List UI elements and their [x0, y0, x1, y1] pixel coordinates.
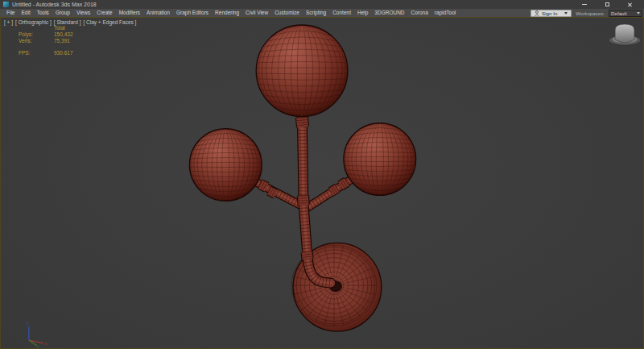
chevron-down-icon	[637, 12, 640, 15]
tube-joint-collar	[269, 190, 275, 193]
chevron-down-icon	[564, 12, 568, 15]
close-icon	[627, 2, 632, 7]
app-window: Untitled - Autodesk 3ds Max 2018 File Ed…	[0, 0, 644, 349]
main-menus: File Edit Tools Group Views Create Modif…	[3, 9, 459, 17]
world-axis-gizmo: z x y	[27, 321, 47, 348]
viewport-canvas[interactable]: z x y	[1, 18, 643, 348]
model-group[interactable]	[189, 25, 415, 331]
sign-in-button[interactable]: Sign In	[530, 10, 572, 17]
menu-item-modifiers[interactable]: Modifiers	[116, 9, 143, 17]
menu-bar: File Edit Tools Group Views Create Modif…	[0, 9, 644, 18]
hat-widget[interactable]	[609, 24, 641, 45]
workspaces-selected: Default	[611, 10, 627, 16]
menu-item-edit[interactable]: Edit	[18, 9, 33, 17]
close-button[interactable]	[625, 1, 634, 8]
viewport-label: [ + ] [ Orthographic ] [ Standard ] [ Cl…	[4, 19, 136, 25]
sphere-top[interactable]	[256, 25, 348, 117]
workspaces-label: Workspaces:	[576, 10, 605, 16]
title-bar: Untitled - Autodesk 3ds Max 2018	[0, 0, 644, 9]
menubar-right-cluster: Sign In Workspaces: Default	[530, 9, 642, 17]
menu-item-animation[interactable]: Animation	[143, 9, 173, 17]
3ds-max-logo-icon[interactable]	[3, 2, 9, 7]
menu-item-civil-view[interactable]: Civil View	[242, 9, 271, 17]
viewport-shading-label[interactable]: [ Clay + Edged Faces ]	[83, 19, 136, 25]
menu-item-rendering[interactable]: Rendering	[212, 9, 242, 17]
tube-joint-collar	[331, 188, 337, 192]
maximize-icon	[605, 2, 609, 6]
stats-polys-label: Polys:	[19, 31, 47, 38]
sign-in-label: Sign In	[542, 10, 557, 17]
viewport-preset-label[interactable]: [ Standard ]	[54, 19, 81, 25]
minimize-icon	[582, 4, 587, 5]
minimize-button[interactable]	[580, 1, 589, 8]
tube-joint-collar	[341, 182, 347, 186]
menu-item-scripting[interactable]: Scripting	[303, 9, 329, 17]
menu-item-corona[interactable]: Corona	[408, 9, 431, 17]
window-controls	[580, 1, 641, 8]
axis-z-label: z	[27, 321, 29, 326]
menu-item-file[interactable]: File	[3, 9, 18, 17]
menu-item-views[interactable]: Views	[73, 9, 93, 17]
stats-total-header: Total	[54, 25, 73, 31]
menu-item-graph-editors[interactable]: Graph Editors	[173, 9, 212, 17]
statistics-overlay: Total Polys:150,432 Verts:75,391 FPS:930…	[19, 25, 73, 56]
stats-verts-label: Verts:	[19, 38, 47, 44]
menu-item-create[interactable]: Create	[93, 9, 116, 17]
user-icon	[535, 10, 539, 16]
sphere-right[interactable]	[344, 123, 416, 195]
viewport-pov-label[interactable]: [ Orthographic ]	[15, 19, 52, 25]
tube-joint-collar	[307, 251, 308, 259]
workspaces-dropdown[interactable]: Default	[609, 10, 642, 17]
menu-item-help[interactable]: Help	[354, 9, 371, 17]
menu-item-customize[interactable]: Customize	[271, 9, 303, 17]
menu-item-rapidtool[interactable]: rapidTool	[431, 9, 459, 17]
tube-joint-collar	[260, 184, 266, 187]
viewport-general-menu[interactable]: [ + ]	[4, 19, 13, 25]
axis-y-label: y	[37, 344, 39, 348]
tube-joint-collar	[302, 118, 303, 127]
menu-item-3dground[interactable]: 3DGROUND	[371, 9, 407, 17]
menu-item-group[interactable]: Group	[52, 9, 73, 17]
stats-fps-value: 930.617	[54, 50, 73, 56]
maximize-button[interactable]	[602, 1, 612, 8]
stats-polys-value: 150,432	[54, 31, 73, 38]
sphere-left[interactable]	[189, 128, 262, 201]
stats-fps-label: FPS:	[19, 50, 47, 56]
menu-item-tools[interactable]: Tools	[34, 9, 52, 17]
menu-item-content[interactable]: Content	[329, 9, 354, 17]
viewport: z x y [ + ] [ Orthographic ] [ Standard …	[0, 18, 644, 349]
axis-x-label: x	[45, 341, 47, 346]
window-title: Untitled - Autodesk 3ds Max 2018	[12, 0, 97, 9]
stats-verts-value: 75,391	[54, 38, 73, 44]
